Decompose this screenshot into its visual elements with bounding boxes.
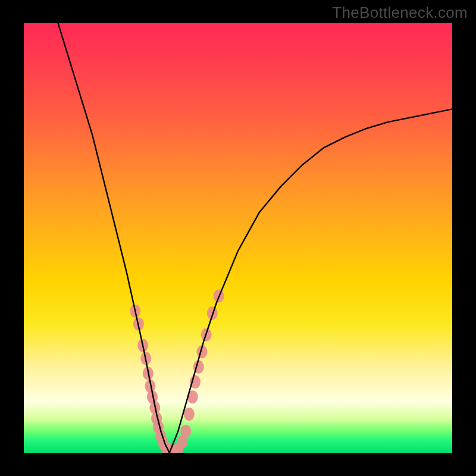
curve-right <box>170 109 452 453</box>
chart-frame: TheBottleneck.com <box>0 0 476 476</box>
chart-overlay <box>24 23 452 453</box>
highlight-dots <box>130 289 224 453</box>
highlight-dot <box>180 425 191 438</box>
watermark-text: TheBottleneck.com <box>332 4 468 22</box>
highlight-dot <box>184 408 195 421</box>
plot-area <box>24 23 452 453</box>
